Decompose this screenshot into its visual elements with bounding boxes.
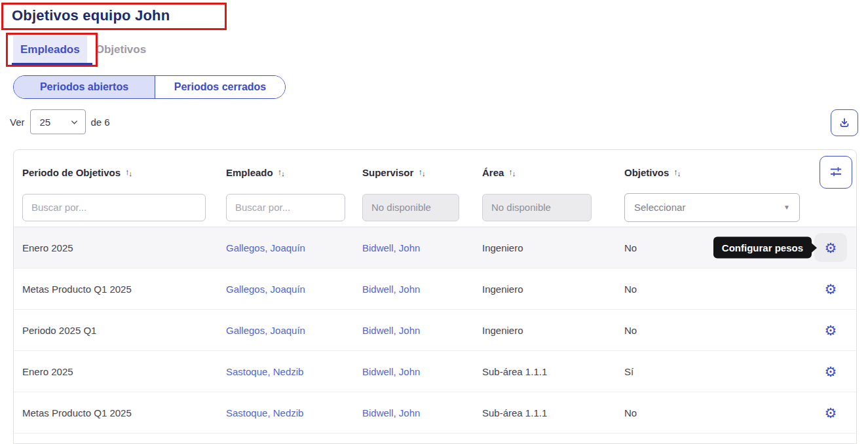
cell-empleado-link[interactable]: Sastoque, Nedzib — [218, 407, 354, 418]
column-header-area[interactable]: Área ↑↓ — [474, 167, 616, 178]
sort-icon[interactable]: ↑↓ — [278, 168, 285, 177]
total-count-label: de 6 — [91, 117, 110, 128]
gear-icon: ⚙ — [825, 365, 837, 379]
tab-objetivos[interactable]: Objetivos — [89, 36, 153, 64]
period-toggle: Periodos abiertos Periodos cerrados — [13, 75, 286, 99]
gear-icon: ⚙ — [825, 282, 837, 296]
filter-input-area — [482, 194, 592, 221]
configure-weights-button[interactable]: ⚙ — [814, 357, 847, 386]
table-row[interactable]: Metas Producto Q1 2025 Sastoque, Nedzib … — [14, 392, 856, 434]
cell-area: Ingeniero — [474, 284, 616, 295]
cell-supervisor-link[interactable]: Bidwell, John — [354, 242, 474, 253]
cell-objetivos: No — [616, 325, 813, 336]
column-settings-button[interactable] — [820, 156, 852, 189]
column-header-empleado[interactable]: Empleado ↑↓ — [218, 167, 354, 178]
cell-empleado-link[interactable]: Sastoque, Nedzib — [218, 366, 354, 377]
chevron-down-icon — [70, 118, 79, 126]
cell-empleado-link[interactable]: Gallegos, Joaquín — [218, 325, 354, 336]
active-tab-underline — [12, 63, 92, 66]
table-filter-row: Seleccionar ▼ — [14, 188, 856, 227]
sort-icon[interactable]: ↑↓ — [673, 168, 681, 177]
configure-weights-button[interactable]: ⚙ — [814, 398, 847, 427]
page-size-select[interactable]: 25 — [30, 109, 86, 134]
sliders-icon — [829, 165, 843, 179]
dropdown-arrow-icon: ▼ — [783, 204, 790, 211]
toggle-periodos-abiertos[interactable]: Periodos abiertos — [14, 76, 155, 98]
cell-area: Ingeniero — [474, 325, 616, 336]
partial-row — [14, 434, 856, 444]
column-header-objetivos[interactable]: Objetivos ↑↓ — [616, 167, 813, 178]
column-header-supervisor[interactable]: Supervisor ↑↓ — [354, 167, 474, 178]
table-row[interactable]: Enero 2025 Sastoque, Nedzib Bidwell, Joh… — [14, 351, 856, 392]
cell-supervisor-link[interactable]: Bidwell, John — [354, 407, 474, 418]
column-header-periodo[interactable]: Periodo de Objetivos ↑↓ — [14, 167, 218, 178]
table-row[interactable]: Metas Producto Q1 2025 Gallegos, Joaquín… — [14, 268, 856, 310]
configure-weights-button[interactable]: ⚙ — [814, 233, 847, 262]
row-actions: ⚙ — [813, 310, 856, 350]
cell-periodo: Periodo 2025 Q1 — [14, 325, 218, 336]
cell-periodo: Metas Producto Q1 2025 — [14, 407, 218, 418]
filter-input-supervisor — [362, 194, 459, 221]
sort-icon[interactable]: ↑↓ — [125, 168, 132, 177]
cell-periodo: Enero 2025 — [14, 242, 218, 253]
ver-label: Ver — [10, 117, 25, 128]
gear-icon: ⚙ — [825, 406, 837, 420]
row-actions: ⚙ — [813, 268, 856, 309]
gear-icon: ⚙ — [825, 324, 837, 337]
cell-area: Ingeniero — [474, 242, 616, 253]
cell-supervisor-link[interactable]: Bidwell, John — [354, 325, 474, 336]
table-row[interactable]: Periodo 2025 Q1 Gallegos, Joaquín Bidwel… — [14, 310, 856, 351]
page-title: Objetivos equipo John — [12, 7, 170, 24]
cell-supervisor-link[interactable]: Bidwell, John — [354, 284, 474, 295]
employees-table: Periodo de Objetivos ↑↓ Empleado ↑↓ Supe… — [13, 149, 857, 444]
sort-icon[interactable]: ↑↓ — [508, 168, 516, 177]
filter-input-empleado[interactable] — [226, 194, 345, 221]
configure-weights-button[interactable]: ⚙ — [814, 316, 847, 344]
cell-periodo: Metas Producto Q1 2025 — [14, 284, 218, 295]
cell-area: Sub-área 1.1.1 — [474, 407, 616, 418]
toggle-periodos-cerrados[interactable]: Periodos cerrados — [155, 76, 285, 98]
gear-icon: ⚙ — [825, 241, 837, 255]
tab-bar: Empleados Objetivos — [13, 36, 153, 64]
row-actions: ⚙ — [813, 351, 856, 392]
row-actions: Configurar pesos ⚙ — [813, 227, 856, 268]
download-icon — [838, 117, 851, 130]
configure-weights-tooltip: Configurar pesos — [713, 237, 812, 259]
cell-empleado-link[interactable]: Gallegos, Joaquín — [218, 284, 354, 295]
cell-objetivos: No — [616, 407, 813, 418]
page: Objetivos equipo John Empleados Objetivo… — [0, 0, 868, 444]
cell-area: Sub-área 1.1.1 — [474, 366, 616, 377]
cell-objetivos: Sí — [616, 366, 813, 377]
row-actions: ⚙ — [813, 392, 856, 433]
download-button[interactable] — [831, 109, 858, 136]
sort-icon[interactable]: ↑↓ — [418, 168, 425, 177]
page-size-value: 25 — [40, 117, 51, 128]
filter-input-periodo[interactable] — [22, 194, 206, 221]
cell-periodo: Enero 2025 — [14, 366, 218, 377]
configure-weights-button[interactable]: ⚙ — [814, 274, 847, 303]
cell-empleado-link[interactable]: Gallegos, Joaquín — [218, 242, 354, 253]
cell-objetivos: No — [616, 284, 813, 295]
table-row[interactable]: Enero 2025 Gallegos, Joaquín Bidwell, Jo… — [14, 227, 856, 268]
table-header-row: Periodo de Objetivos ↑↓ Empleado ↑↓ Supe… — [14, 150, 856, 188]
cell-supervisor-link[interactable]: Bidwell, John — [354, 366, 474, 377]
tab-empleados[interactable]: Empleados — [13, 36, 87, 64]
filter-select-objetivos[interactable]: Seleccionar ▼ — [624, 193, 800, 222]
pagination-bar: Ver 25 de 6 — [10, 109, 110, 135]
